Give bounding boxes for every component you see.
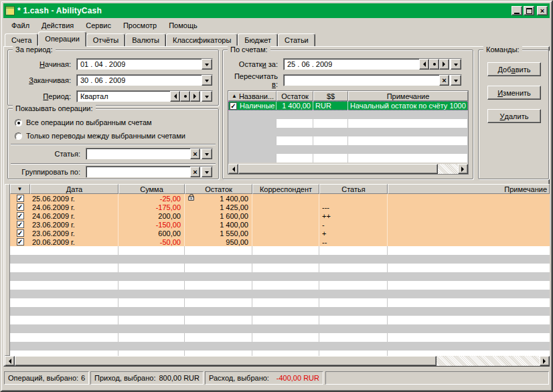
scrollbar-thumb[interactable]: [238, 164, 438, 174]
article-combo[interactable]: ×: [86, 148, 213, 160]
article-clear-button[interactable]: ×: [190, 149, 200, 159]
account-checkbox[interactable]: [230, 102, 237, 110]
tab-item[interactable]: Статьи: [278, 33, 315, 47]
operations-header-correspondent[interactable]: Корреспондент: [252, 184, 319, 194]
period-current-button[interactable]: [180, 91, 190, 102]
period-label: Период:: [12, 92, 71, 100]
tab-item[interactable]: Отчёты: [86, 33, 125, 47]
scroll-left-button[interactable]: [228, 164, 238, 174]
scrollbar-thumb[interactable]: [15, 356, 437, 366]
scrollbar-track[interactable]: [438, 164, 458, 174]
end-date-combo[interactable]: 30 . 06 . 2009: [76, 74, 213, 86]
app-icon: [5, 6, 15, 15]
recalc-label: Пересчитать в:: [227, 72, 278, 88]
row-checkbox[interactable]: [17, 212, 24, 219]
balance-today-button[interactable]: [429, 59, 439, 70]
radio-all-operations[interactable]: Все операции по выбранным счетам: [15, 118, 152, 127]
menu-item[interactable]: Действия: [35, 19, 80, 31]
empty-cell: [252, 298, 319, 307]
empty-cell: [10, 342, 118, 351]
delete-button[interactable]: Удалить: [487, 109, 541, 123]
group-by-dropdown-button[interactable]: [202, 167, 212, 177]
start-date-row: Начиная: 01 . 04 . 2009: [12, 58, 213, 70]
row-checkbox[interactable]: [17, 238, 24, 246]
operations-header-date[interactable]: Дата: [30, 184, 118, 194]
start-date-dropdown-button[interactable]: [202, 59, 212, 70]
operations-table-header: ▼ Дата Сумма Остаток Корреспондент Стать…: [10, 184, 550, 194]
tab-item[interactable]: Валюты: [125, 33, 166, 47]
table-row[interactable]: 23.06.2009 г.600,001 550,00+: [10, 229, 550, 237]
account-row-selected[interactable]: Наличные 1 400,00 RUR Начальный остаток …: [228, 101, 468, 110]
accounts-header-note[interactable]: Примечание: [348, 91, 468, 101]
recalc-clear-button[interactable]: ×: [439, 75, 449, 86]
menu-item[interactable]: Просмотр: [117, 19, 163, 31]
cell-correspondent: [252, 211, 319, 220]
accounts-header-balance[interactable]: Остаток: [276, 91, 313, 101]
row-checkbox[interactable]: [17, 203, 24, 211]
cell-correspondent: [252, 237, 319, 246]
period-prev-button[interactable]: [170, 91, 180, 102]
table-row[interactable]: 25.06.2009 г.-25,001 400,00: [10, 194, 550, 203]
empty-row: [10, 290, 550, 298]
tab-active[interactable]: Операции: [38, 31, 86, 47]
cell-note: [388, 194, 550, 203]
end-date-dropdown-button[interactable]: [202, 75, 212, 86]
accounts-header-currency[interactable]: $$: [313, 91, 348, 101]
balance-date-combo[interactable]: 25 . 06 . 2009: [283, 58, 462, 70]
table-row[interactable]: 24.06.2009 г.-175,001 425,00---: [10, 203, 550, 211]
minimize-icon: [514, 13, 520, 14]
scroll-left-button[interactable]: [5, 356, 15, 366]
row-checkbox[interactable]: [17, 195, 24, 202]
tab-item[interactable]: Классификаторы: [166, 33, 238, 47]
maximize-button[interactable]: [524, 6, 534, 15]
titlebar[interactable]: * 1.cash - AbilityCash ×: [3, 3, 550, 18]
scroll-right-button[interactable]: [458, 164, 468, 174]
recalc-combo[interactable]: ×: [283, 74, 462, 86]
empty-cell: [276, 119, 313, 128]
scroll-right-button[interactable]: [540, 356, 550, 366]
add-button[interactable]: Добавить: [487, 62, 541, 76]
accounts-table: ▲ Названи... Остаток $$ Примечание Налич…: [228, 90, 469, 175]
status-operations-label: Операций, выбрано:: [8, 374, 78, 382]
start-date-combo[interactable]: 01 . 04 . 2009: [76, 58, 213, 70]
menu-item[interactable]: Сервис: [80, 19, 117, 31]
group-by-clear-button[interactable]: ×: [190, 167, 200, 177]
tab-item[interactable]: Счета: [5, 33, 38, 47]
row-checkbox[interactable]: [17, 221, 24, 228]
empty-cell: [276, 145, 313, 154]
scrollbar-track[interactable]: [437, 356, 540, 366]
period-combo[interactable]: Квартал: [76, 90, 213, 102]
empty-row: [10, 264, 550, 272]
balance-next-button[interactable]: [439, 59, 449, 70]
balance-dropdown-button[interactable]: [451, 59, 461, 70]
recalc-dropdown-button[interactable]: [451, 75, 461, 86]
operations-header-article[interactable]: Статья: [319, 184, 388, 194]
period-dropdown-button[interactable]: [202, 91, 212, 102]
operations-horizontal-scrollbar[interactable]: [5, 356, 550, 366]
operations-header-note[interactable]: Примечание: [388, 184, 550, 194]
operations-header-balance[interactable]: Остаток: [185, 184, 252, 194]
minimize-button[interactable]: [511, 6, 522, 15]
group-by-combo[interactable]: ×: [86, 166, 213, 178]
empty-cell: [388, 307, 550, 316]
table-row[interactable]: 23.06.2009 г.-150,001 400,00-: [10, 220, 550, 229]
table-row[interactable]: 20.06.2009 г.-50,00950,00--: [10, 237, 550, 246]
accounts-horizontal-scrollbar[interactable]: [228, 164, 468, 174]
empty-cell: [252, 264, 319, 272]
radio-transfers-only[interactable]: Только переводы между выбранными счетами: [15, 131, 185, 140]
operations-table: ▼ Дата Сумма Остаток Корреспондент Стать…: [5, 184, 550, 366]
close-button[interactable]: ×: [537, 6, 548, 15]
accounts-header-name[interactable]: ▲ Названи...: [228, 91, 276, 101]
menu-item[interactable]: Помощь: [163, 19, 204, 31]
operations-header-amount[interactable]: Сумма: [118, 184, 185, 194]
menu-item[interactable]: Файл: [5, 19, 35, 31]
tab-item[interactable]: Бюджет: [238, 33, 278, 47]
row-checkbox[interactable]: [17, 229, 24, 237]
operations-header-filter[interactable]: ▼: [10, 184, 30, 194]
edit-button[interactable]: Изменить: [487, 86, 541, 100]
article-dropdown-button[interactable]: [202, 149, 212, 159]
balance-prev-button[interactable]: [419, 59, 429, 70]
row-checkbox-cell: [10, 194, 30, 203]
period-next-button[interactable]: [190, 91, 200, 102]
table-row[interactable]: 24.06.2009 г.200,001 600,00++: [10, 211, 550, 220]
